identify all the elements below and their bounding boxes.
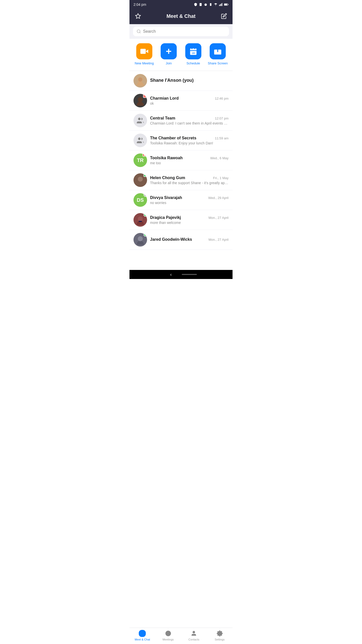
chat-content-shane: Shane I'Anson (you) [150,78,229,84]
chat-name-shane: Shane I'Anson (you) [150,78,194,83]
svg-rect-8 [222,3,222,6]
new-meeting-label: New Meeting [135,61,154,65]
svg-text:19: 19 [192,52,195,54]
share-screen-label: Share Screen [208,61,228,65]
chat-content-chamber: The Chamber of Secrets 11:59 am Toolsika… [150,136,229,145]
nav-label-settings: Settings [215,638,225,641]
compose-icon [221,13,227,19]
chat-name-divvya: Divvya Sivarajah [150,195,182,200]
chat-preview-dragica: more than welcome [150,221,229,225]
svg-marker-12 [135,14,141,18]
chat-time-helen: Fri., 1 May [213,176,229,180]
dragica-face [135,215,145,225]
chat-item-dragica[interactable]: Dragica Pajevikj Mon., 27 April more tha… [129,210,233,230]
nav-label-meetings: Meetings [162,638,174,641]
chat-preview-central-team: Charmian Lord: I can't see them in April… [150,121,229,125]
avatar-shane [133,74,147,88]
chat-content-charmian: Charmian Lord 12:46 pm ok [150,96,229,105]
search-icon [137,29,141,34]
svg-rect-14 [140,49,146,54]
back-button[interactable]: ‹ [165,270,177,279]
star-icon [135,13,141,19]
chat-content-dragica: Dragica Pajevikj Mon., 27 April more tha… [150,215,229,225]
nav-settings[interactable]: Settings [207,630,233,641]
svg-rect-5 [219,5,220,6]
svg-rect-6 [220,4,220,6]
nav-label-meet-chat: Meet & Chat [135,638,150,641]
chat-preview-chamber: Toolsika Rawoah: Enjoy your lunch Dan! [150,141,229,145]
online-badge-helen [144,173,147,177]
avatar-charmian [133,94,147,107]
avatar-jared [133,233,147,247]
compose-button[interactable] [220,12,228,20]
svg-point-40 [138,236,143,241]
nav-meet-chat[interactable]: Meet & Chat [129,630,155,641]
chat-item-divvya[interactable]: DS Divvya Sivarajah Wed., 29 April no wo… [129,190,233,210]
chat-item-chamber[interactable]: The Chamber of Secrets 11:59 am Toolsika… [129,131,233,150]
svg-point-42 [193,631,195,633]
nav-meet-chat-icon [139,630,146,637]
chat-time-chamber: 11:59 am [215,136,229,140]
avatar-divvya: DS [133,193,147,207]
new-meeting-button[interactable]: New Meeting [134,43,154,65]
chat-top-shane: Shane I'Anson (you) [150,78,229,83]
chat-item-toolsika[interactable]: TR Toolsika Rawoah Wed., 6 May me too [129,150,233,170]
chat-name-helen: Helen Chong Gum [150,176,185,180]
nav-contacts[interactable]: Contacts [181,630,207,641]
svg-point-39 [137,241,144,245]
chat-item-shane[interactable]: Shane I'Anson (you) [129,71,233,91]
alarm-icon [204,3,207,6]
chat-time-toolsika: Wed., 6 May [210,156,229,160]
nav-settings-icon [216,630,223,637]
android-nav-bar: ‹ [129,270,233,279]
chat-content-jared: Jared Goodwin-Wicks Mon., 27 April [150,237,229,243]
chat-preview-toolsika: me too [150,161,229,165]
chat-item-central-team[interactable]: Central Team 12:07 pm Charmian Lord: I c… [129,111,233,131]
chat-top-charmian: Charmian Lord 12:46 pm [150,96,229,101]
person-icon [191,630,197,636]
svg-rect-0 [200,3,202,6]
shane-face [135,76,145,86]
svg-point-4 [215,5,216,6]
search-section [129,24,233,39]
status-icons [194,3,229,6]
home-pill[interactable] [182,274,197,275]
signal-icon [219,3,222,6]
chat-content-divvya: Divvya Sivarajah Wed., 29 April no worri… [150,195,229,205]
svg-point-26 [138,77,142,82]
chat-preview-divvya: no worries [150,201,229,205]
favorites-button[interactable] [134,12,142,20]
chat-content-central-team: Central Team 12:07 pm Charmian Lord: I c… [150,116,229,125]
search-wrapper [133,27,229,36]
share-screen-button[interactable]: Share Screen [208,43,228,65]
svg-point-28 [137,102,144,106]
online-badge-jared [144,233,147,236]
avatar-helen [133,173,147,187]
schedule-button[interactable]: 19 Schedule [183,43,203,65]
chat-time-dragica: Mon., 27 April [209,216,229,220]
chat-item-charmian[interactable]: Charmian Lord 12:46 pm ok [129,91,233,111]
chat-item-helen[interactable]: Helen Chong Gum Fri., 1 May Thanks for a… [129,170,233,190]
avatar-toolsika: TR [133,153,147,167]
clock-icon [165,630,171,636]
join-button[interactable]: Join [159,43,179,65]
plus-icon [164,47,173,56]
svg-rect-38 [139,221,142,222]
chat-preview-helen: Thanks for all the support Shane - it's … [150,181,229,185]
svg-rect-29 [144,95,147,97]
svg-rect-3 [210,3,211,6]
group-icon-2 [137,137,144,144]
chat-item-jared[interactable]: Jared Goodwin-Wicks Mon., 27 April [129,230,233,250]
header: Meet & Chat [129,9,233,24]
status-bar: 2:04 pm [129,0,233,9]
chat-name-central-team: Central Team [150,116,175,120]
nav-meetings[interactable]: Meetings [155,630,181,641]
svg-point-2 [204,4,207,6]
status-badge-divvya [144,193,147,197]
chat-top-central-team: Central Team 12:07 pm [150,116,229,120]
chat-bubble-icon [141,630,144,636]
jared-face [135,235,145,245]
search-input[interactable] [143,29,225,34]
wifi-icon [214,3,217,6]
share-screen-icon-bg [210,43,226,59]
